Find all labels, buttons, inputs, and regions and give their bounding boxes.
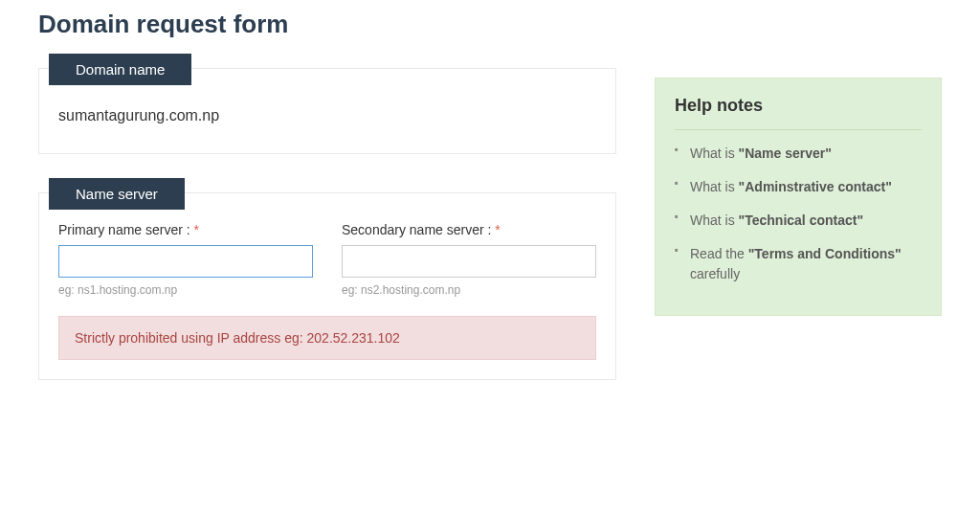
secondary-ns-hint: eg: ns2.hosting.com.np	[342, 283, 596, 297]
required-marker: *	[495, 222, 500, 237]
name-server-header: Name server	[49, 178, 185, 210]
help-item-em: "Technical contact"	[739, 213, 864, 228]
secondary-ns-input[interactable]	[342, 245, 596, 278]
help-notes-title: Help notes	[675, 96, 922, 116]
help-item-em: "Adminstrative contact"	[739, 179, 892, 194]
help-item-prefix: What is	[690, 146, 739, 161]
domain-name-header: Domain name	[49, 54, 191, 85]
help-item-tech-contact[interactable]: What is "Technical contact"	[675, 211, 922, 231]
help-item-prefix: What is	[690, 179, 739, 194]
help-item-terms[interactable]: Read the "Terms and Conditions" carefull…	[675, 244, 922, 284]
secondary-ns-label-text: Secondary name server :	[342, 222, 495, 237]
ip-warning: Strictly prohibited using IP address eg:…	[58, 316, 596, 360]
help-item-em: "Name server"	[739, 146, 832, 161]
domain-name-panel: Domain name sumantagurung.com.np	[38, 68, 616, 154]
primary-ns-label-text: Primary name server :	[58, 222, 194, 237]
help-item-suffix: carefully	[690, 266, 740, 281]
help-divider	[675, 129, 922, 130]
help-item-prefix: Read the	[690, 246, 748, 261]
help-notes-panel: Help notes What is "Name server" What is…	[655, 78, 942, 316]
help-item-admin-contact[interactable]: What is "Adminstrative contact"	[675, 177, 922, 197]
primary-ns-label: Primary name server : *	[58, 222, 313, 237]
required-marker: *	[194, 222, 199, 237]
help-item-prefix: What is	[690, 213, 739, 228]
name-server-panel: Name server Primary name server : * eg: …	[38, 192, 616, 380]
help-item-name-server[interactable]: What is "Name server"	[675, 144, 922, 164]
domain-name-value: sumantagurung.com.np	[58, 98, 596, 134]
help-item-em: "Terms and Conditions"	[748, 246, 902, 261]
primary-ns-hint: eg: ns1.hosting.com.np	[58, 283, 313, 297]
help-list: What is "Name server" What is "Adminstra…	[675, 144, 922, 284]
secondary-ns-label: Secondary name server : *	[342, 222, 596, 237]
primary-ns-input[interactable]	[58, 245, 313, 278]
